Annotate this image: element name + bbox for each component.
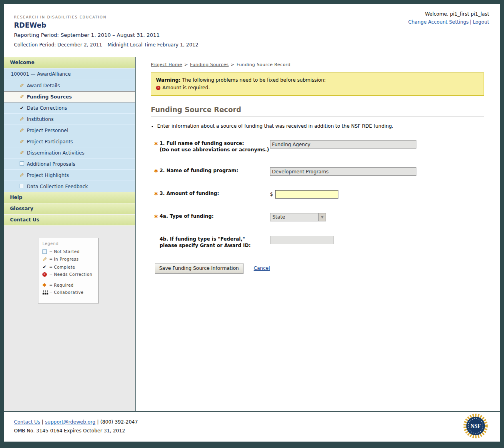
header-separator: |	[470, 19, 472, 25]
legend-label: Needs Correction	[54, 272, 92, 277]
footer: Contact Us|support@rdeweb.org|(800) 392-…	[4, 411, 500, 448]
legend-item-in-progress: = In Progress	[42, 257, 94, 262]
intro-list: Enter information about a source of fund…	[157, 123, 484, 129]
change-account-settings-link[interactable]: Change Account Settings	[408, 19, 469, 25]
sidebar-item-institutions[interactable]: Institutions	[4, 114, 135, 125]
funding-source-name-input[interactable]	[270, 140, 416, 149]
legend-item-not-started: = Not Started	[42, 249, 94, 254]
sidebar-item-award-details[interactable]: Award Details	[4, 80, 135, 91]
legend-label: In Progress	[54, 257, 79, 261]
pencil-icon	[20, 94, 24, 99]
page: RESEARCH IN DISABILITIES EDUCATION RDEWe…	[4, 4, 500, 442]
sidebar-item-contact-us[interactable]: Contact Us	[4, 215, 135, 226]
sidebar-item-label: Institutions	[27, 117, 54, 122]
nsf-logo-text: NSF	[470, 423, 481, 429]
funding-source-form: 1. Full name of funding source: (Do not …	[151, 140, 484, 273]
pencil-icon	[42, 257, 47, 262]
sidebar-item-help[interactable]: Help	[4, 192, 135, 203]
page-title-wrap: Funding Source Record	[151, 106, 484, 117]
sidebar-item-award[interactable]: 100001 — AwardAlliance	[4, 68, 135, 80]
grant-id-input[interactable]	[270, 236, 334, 244]
sidebar-item-funding-sources[interactable]: Funding Sources	[4, 91, 135, 102]
sidebar-item-data-corrections[interactable]: Data Corrections	[4, 102, 135, 114]
funding-type-select[interactable]: State ▼	[270, 213, 326, 221]
check-icon	[20, 105, 24, 111]
warning-message: Warning: The following problems need to …	[156, 76, 479, 84]
required-icon	[154, 141, 158, 147]
sidebar-item-additional-proposals[interactable]: Additional Proposals	[4, 159, 135, 170]
sidebar-item-dissemination-activities[interactable]: Dissemination Activities	[4, 147, 135, 159]
sidebar-item-label: Dissemination Activities	[27, 150, 84, 156]
amount-input[interactable]	[275, 190, 338, 199]
checkbox-icon	[20, 161, 24, 166]
form-row-funding-type: 4a. Type of funding: State ▼	[154, 213, 484, 221]
field-label: 3. Amount of funding:	[160, 190, 219, 197]
sidebar-item-welcome[interactable]: Welcome	[4, 57, 135, 68]
footer-omb: OMB No. 3145-0164 Expires October 31, 20…	[14, 428, 489, 434]
form-row-grant-id: 4b. If funding type is "Federal," please…	[154, 236, 484, 249]
main-content: Project Home>Funding Sources>Funding Sou…	[136, 57, 500, 411]
intro-text: Enter information about a source of fund…	[157, 123, 484, 129]
legend-label: Required	[54, 283, 74, 287]
sidebar-item-project-personnel[interactable]: Project Personnel	[4, 125, 135, 136]
form-row-funding-source-name: 1. Full name of funding source: (Do not …	[154, 140, 484, 153]
form-row-funding-program: 2. Name of funding program:	[154, 167, 484, 176]
breadcrumb-separator: >	[231, 62, 235, 67]
breadcrumb-separator: >	[184, 62, 188, 67]
form-row-amount: 3. Amount of funding: $	[154, 190, 484, 199]
warning-error-text: Amount is required.	[162, 84, 210, 92]
legend-item-collaborative: = Collaborative	[42, 290, 94, 295]
pencil-icon	[20, 117, 24, 122]
sidebar-item-label: Project Participants	[27, 139, 73, 145]
collection-period: Collection Period: December 2, 2011 – Mi…	[14, 42, 489, 48]
footer-email-link[interactable]: support@rdeweb.org	[45, 419, 96, 425]
pencil-icon	[20, 83, 24, 88]
error-icon	[42, 272, 47, 277]
logout-link[interactable]: Logout	[473, 19, 489, 25]
checkbox-icon	[42, 249, 47, 254]
chevron-down-icon: ▼	[318, 213, 326, 221]
footer-contact-line: Contact Us|support@rdeweb.org|(800) 392-…	[14, 419, 489, 425]
legend-label: Collaborative	[54, 290, 84, 295]
legend-item-needs-correction: = Needs Correction	[42, 272, 94, 277]
save-button[interactable]: Save Funding Source Information	[155, 263, 243, 273]
breadcrumb-funding-sources[interactable]: Funding Sources	[190, 62, 229, 67]
nsf-logo: NSF	[463, 414, 488, 440]
breadcrumb-project-home[interactable]: Project Home	[151, 62, 182, 67]
sidebar-item-project-participants[interactable]: Project Participants	[4, 136, 135, 147]
pencil-icon	[20, 150, 24, 155]
footer-contact-link[interactable]: Contact Us	[14, 419, 40, 425]
sidebar-item-label: Funding Sources	[27, 94, 72, 100]
sidebar-item-label: Project Highlights	[27, 173, 69, 178]
sidebar-item-label: Additional Proposals	[27, 161, 75, 167]
sidebar-item-data-collection-feedback[interactable]: Data Collection Feedback	[4, 181, 135, 192]
legend: Legend = Not Started = In Progress = Com…	[38, 238, 99, 303]
sidebar-item-label: Data Collection Feedback	[27, 184, 88, 189]
required-icon	[42, 283, 47, 287]
field-label: 4a. Type of funding:	[160, 213, 214, 220]
cancel-link[interactable]: Cancel	[254, 265, 270, 271]
warning-box: Warning: The following problems need to …	[151, 72, 484, 96]
required-icon	[154, 214, 158, 219]
reporting-period: Reporting Period: September 1, 2010 – Au…	[14, 32, 489, 38]
breadcrumb: Project Home>Funding Sources>Funding Sou…	[151, 62, 484, 67]
sidebar-item-label: Award Details	[27, 83, 60, 88]
field-label: 1. Full name of funding source: (Do not …	[160, 140, 269, 153]
breadcrumb-current: Funding Source Record	[236, 62, 290, 67]
sidebar-item-glossary[interactable]: Glossary	[4, 203, 135, 215]
layout: Welcome 100001 — AwardAlliance Award Det…	[4, 57, 500, 411]
pencil-icon	[20, 128, 24, 133]
pencil-icon	[20, 173, 24, 178]
warning-title: Warning:	[156, 77, 180, 83]
field-label: 4b. If funding type is "Federal," please…	[160, 236, 251, 249]
required-icon	[154, 168, 158, 174]
warning-error-line: Amount is required.	[156, 84, 479, 92]
required-icon	[154, 191, 158, 197]
people-icon	[42, 290, 48, 295]
check-icon	[42, 265, 47, 269]
funding-program-input[interactable]	[270, 167, 416, 176]
error-icon	[156, 86, 160, 90]
welcome-user: Welcome, pi1_first pi1_last	[408, 11, 489, 17]
page-title: Funding Source Record	[151, 106, 484, 114]
sidebar-item-project-highlights[interactable]: Project Highlights	[4, 170, 135, 181]
